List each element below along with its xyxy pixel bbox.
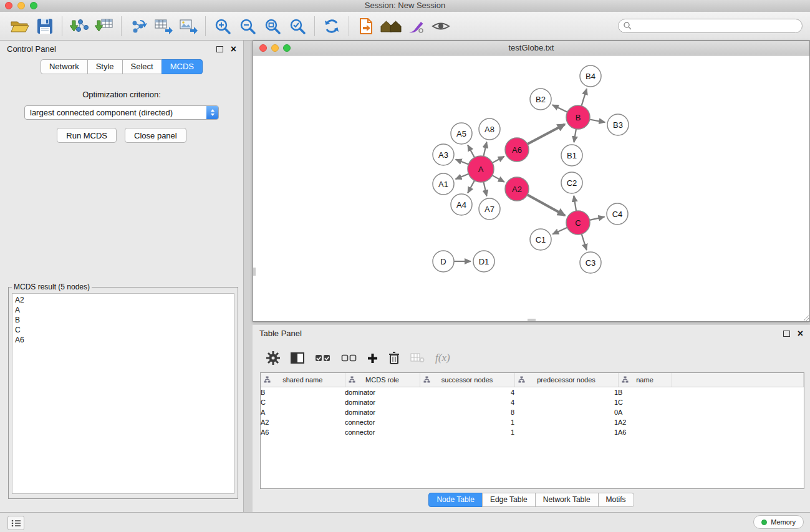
graph-edge-C-C2[interactable] [574,196,576,211]
tab-select[interactable]: Select [122,59,162,74]
export-image-button[interactable] [176,14,201,38]
search-input[interactable] [618,19,803,33]
graph-node-B4[interactable]: B4 [580,65,601,87]
table-cell[interactable]: 1 [420,427,514,437]
task-history-button[interactable] [7,516,24,530]
graph-edge-B-B3[interactable] [590,120,605,123]
graph-edge-A-A1[interactable] [455,174,468,179]
graph-node-A6[interactable]: A6 [505,138,529,162]
graph-edge-A-A6[interactable] [493,157,504,163]
graph-edge-C-C1[interactable] [552,228,567,235]
tab-edge-table[interactable]: Edge Table [482,493,536,507]
table-row[interactable]: A6connector11A6 [261,427,804,437]
deselect-all-rows-button[interactable] [341,353,357,364]
add-column-button[interactable] [367,353,378,364]
graph-edge-A-A4[interactable] [468,180,475,193]
graph-node-C[interactable]: C [566,211,590,235]
table-cell[interactable]: 1 [514,397,618,407]
close-window-button[interactable] [5,2,12,9]
close-panel-icon[interactable]: × [231,44,236,54]
mcds-result-item[interactable]: C [12,325,234,335]
graph-node-C1[interactable]: C1 [530,229,551,250]
table-cell[interactable]: 1 [420,417,514,427]
select-all-rows-button[interactable] [315,353,330,364]
graph-edge-A-A7[interactable] [483,182,486,196]
graph-node-A8[interactable]: A8 [479,118,500,140]
table-row[interactable]: Adominator80A [261,407,804,417]
column-header-mcds-role[interactable]: MCDS role [345,373,420,387]
network-overview-button[interactable] [378,14,403,38]
table-cell[interactable]: A [618,407,672,417]
graph-node-A3[interactable]: A3 [433,144,454,165]
graph-node-B[interactable]: B [566,105,590,129]
close-network-window-button[interactable] [259,44,267,52]
mcds-result-item[interactable]: A [12,305,234,315]
graph-node-B3[interactable]: B3 [607,114,629,135]
document-tool-button[interactable] [354,14,378,38]
open-session-button[interactable] [7,14,32,38]
table-settings-button[interactable] [266,351,280,365]
delete-table-button[interactable] [410,353,425,363]
network-window-title-bar[interactable]: testGlobe.txt [253,41,809,56]
table-cell[interactable]: 8 [420,407,514,417]
function-builder-button[interactable]: f(x) [435,352,450,364]
float-panel-icon[interactable] [216,46,223,52]
table-cell[interactable]: B [618,387,672,398]
graph-node-A5[interactable]: A5 [451,123,472,144]
tab-node-table[interactable]: Node Table [428,493,483,507]
graph-node-B1[interactable]: B1 [561,145,582,166]
import-table-button[interactable] [92,14,117,38]
tab-mcds[interactable]: MCDS [162,59,203,74]
table-cell[interactable]: 0 [514,407,618,417]
table-cell[interactable]: A2 [618,417,672,427]
graph-node-C4[interactable]: C4 [607,203,628,225]
column-header-predecessor-nodes[interactable]: predecessor nodes [514,373,618,387]
export-table-button[interactable] [151,14,176,38]
mcds-result-list[interactable]: A2ABCA6 [12,293,234,494]
table-cell[interactable]: 4 [420,387,514,398]
graph-edge-C-C3[interactable] [582,234,587,250]
table-cell[interactable]: 1 [514,387,618,398]
splitter-handle[interactable] [253,268,256,276]
zoom-out-button[interactable] [235,14,260,38]
refresh-view-button[interactable] [319,14,344,38]
graph-node-A2[interactable]: A2 [505,177,529,201]
show-hide-button[interactable] [428,14,453,38]
table-cell[interactable]: A2 [261,417,345,427]
zoom-fit-button[interactable] [260,14,285,38]
tab-network-table[interactable]: Network Table [535,493,599,507]
table-row[interactable]: Bdominator41B [261,387,804,398]
save-session-button[interactable] [32,14,57,38]
graph-node-D1[interactable]: D1 [473,251,494,272]
graph-node-D[interactable]: D [433,251,454,272]
table-cell[interactable]: 1 [514,417,618,427]
network-canvas[interactable]: B4B2BB3A5A8A6B1A3AA1C2A2A4A7CC4C1C3DD1 [253,56,809,321]
delete-column-button[interactable] [388,351,400,365]
tab-motifs[interactable]: Motifs [598,493,634,507]
table-cell[interactable]: A6 [618,427,672,437]
minimize-network-window-button[interactable] [271,44,279,52]
tab-network[interactable]: Network [41,59,88,74]
graph-edge-B-B2[interactable] [552,105,567,112]
table-cell[interactable]: dominator [345,407,420,417]
column-header-shared-name[interactable]: shared name [261,373,345,387]
graph-node-A4[interactable]: A4 [451,194,472,215]
column-header-name[interactable]: name [618,373,672,387]
graph-node-A1[interactable]: A1 [433,173,454,195]
table-cell[interactable]: A6 [261,427,345,437]
mcds-result-item[interactable]: B [12,315,234,325]
graph-edge-A-A8[interactable] [483,142,486,157]
zoom-selected-button[interactable] [285,14,310,38]
graph-edge-B-B4[interactable] [582,89,587,106]
show-columns-button[interactable] [291,352,304,364]
graph-node-B2[interactable]: B2 [530,89,551,110]
run-mcds-button[interactable]: Run MCDS [57,128,117,143]
import-network-button[interactable] [67,14,92,38]
zoom-in-button[interactable] [210,14,235,38]
graph-node-A[interactable]: A [468,156,494,182]
tab-style[interactable]: Style [87,59,123,74]
splitter-handle[interactable] [528,319,536,321]
node-table-container[interactable]: shared name MCDS role successor nodes pr… [260,372,804,489]
export-network-button[interactable] [126,14,151,38]
table-cell[interactable]: 4 [420,397,514,407]
